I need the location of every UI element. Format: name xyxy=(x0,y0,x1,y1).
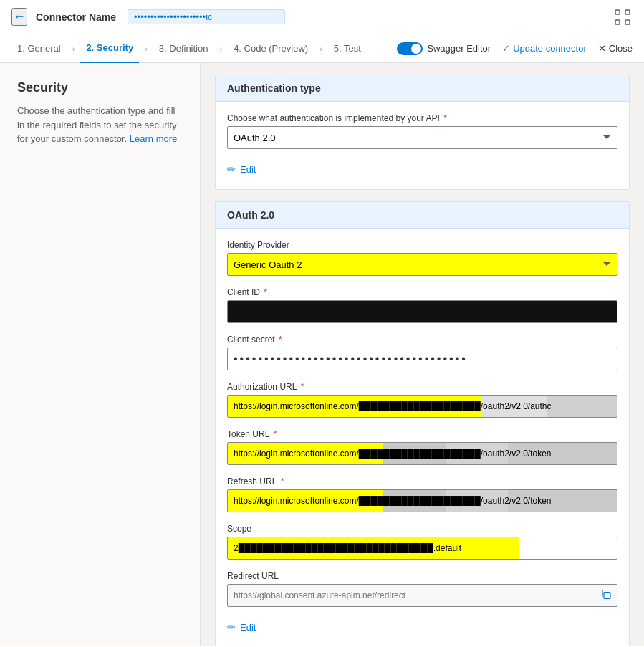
auth-type-select[interactable]: OAuth 2.0 xyxy=(227,126,617,149)
client-id-input[interactable] xyxy=(227,300,617,323)
nav-bar: 1. General › 2. Security › 3. Definition… xyxy=(0,34,644,63)
redirect-url-label: Redirect URL xyxy=(227,571,617,581)
content-area: Authentication type Choose what authenti… xyxy=(201,63,644,646)
nav-item-test[interactable]: 5. Test xyxy=(328,34,367,63)
client-secret-label: Client secret * xyxy=(227,335,617,345)
back-icon: ← xyxy=(13,9,26,24)
token-url-input[interactable] xyxy=(227,442,617,465)
refresh-url-group: Refresh URL * xyxy=(227,476,617,512)
refresh-url-input[interactable] xyxy=(227,489,617,512)
auth-url-required: * xyxy=(298,382,304,392)
auth-type-section: Authentication type Choose what authenti… xyxy=(215,75,630,190)
nav-chevron-1: › xyxy=(72,44,75,53)
connector-name-field[interactable]: ••••••••••••••••••••••ic xyxy=(128,9,285,24)
client-secret-input[interactable] xyxy=(227,348,617,370)
scope-input[interactable] xyxy=(227,537,617,560)
auth-type-body: Choose what authentication is implemente… xyxy=(216,102,629,189)
identity-provider-select[interactable]: Generic Oauth 2 xyxy=(227,253,617,276)
swagger-editor-label: Swagger Editor xyxy=(427,43,491,54)
close-icon: ✕ xyxy=(598,43,606,54)
refresh-url-required: * xyxy=(278,476,284,487)
auth-url-group: Authorization URL * xyxy=(227,382,617,418)
scan-icon[interactable] xyxy=(612,7,633,27)
toggle-switch[interactable] xyxy=(397,42,423,55)
auth-edit-label: Edit xyxy=(240,164,256,175)
nav-chevron-2: › xyxy=(145,44,148,53)
sidebar: Security Choose the authentication type … xyxy=(0,63,201,646)
client-id-required: * xyxy=(261,287,267,297)
svg-rect-1 xyxy=(625,10,630,14)
oauth-header: OAuth 2.0 xyxy=(216,202,629,229)
learn-more-link[interactable]: Learn more xyxy=(130,133,177,144)
sidebar-title: Security xyxy=(17,80,183,95)
main-layout: Security Choose the authentication type … xyxy=(0,63,644,646)
auth-url-label: Authorization URL * xyxy=(227,382,617,392)
copy-icon[interactable] xyxy=(600,589,612,603)
redirect-url-wrapper xyxy=(227,584,617,607)
nav-item-definition[interactable]: 3. Definition xyxy=(153,34,214,63)
auth-edit-button[interactable]: ✏ Edit xyxy=(227,160,256,178)
nav-chevron-4: › xyxy=(319,44,322,53)
client-secret-group: Client secret * xyxy=(227,335,617,370)
svg-rect-0 xyxy=(615,10,620,14)
update-connector-button[interactable]: ✓ Update connector xyxy=(502,43,587,54)
oauth-edit-button[interactable]: ✏ Edit xyxy=(227,618,256,636)
scope-group: Scope xyxy=(227,524,617,560)
close-label: Close xyxy=(609,43,633,54)
redirect-url-input[interactable] xyxy=(227,584,617,607)
oauth-section: OAuth 2.0 Identity Provider Generic Oaut… xyxy=(215,201,630,646)
svg-rect-4 xyxy=(604,593,610,599)
svg-rect-2 xyxy=(615,20,620,24)
client-id-label: Client ID * xyxy=(227,287,617,297)
nav-item-code[interactable]: 4. Code (Preview) xyxy=(228,34,314,63)
client-id-group: Client ID * xyxy=(227,287,617,323)
oauth-pencil-icon: ✏ xyxy=(227,621,236,633)
checkmark-icon: ✓ xyxy=(502,43,510,54)
nav-chevron-3: › xyxy=(219,44,222,53)
authorization-url-input[interactable] xyxy=(227,395,617,418)
nav-item-security[interactable]: 2. Security xyxy=(80,34,139,63)
oauth-edit-label: Edit xyxy=(240,622,256,633)
token-url-group: Token URL * xyxy=(227,429,617,465)
auth-type-field-group: Choose what authentication is implemente… xyxy=(227,113,617,149)
required-indicator: * xyxy=(441,113,447,123)
pencil-icon: ✏ xyxy=(227,163,236,175)
app-title: Connector Name xyxy=(36,11,116,23)
oauth-body: Identity Provider Generic Oauth 2 Client… xyxy=(216,229,629,646)
client-secret-required: * xyxy=(277,335,282,345)
sidebar-description: Choose the authentication type and fill … xyxy=(17,104,183,146)
update-connector-label: Update connector xyxy=(513,43,587,54)
identity-provider-group: Identity Provider Generic Oauth 2 xyxy=(227,240,617,276)
back-button[interactable]: ← xyxy=(11,8,27,26)
scope-label: Scope xyxy=(227,524,617,534)
close-button[interactable]: ✕ Close xyxy=(598,43,633,54)
refresh-url-label: Refresh URL * xyxy=(227,476,617,487)
auth-type-header: Authentication type xyxy=(216,75,629,102)
nav-item-general[interactable]: 1. General xyxy=(11,34,67,63)
swagger-editor-toggle[interactable]: Swagger Editor xyxy=(397,42,491,55)
redirect-url-group: Redirect URL xyxy=(227,571,617,607)
svg-rect-3 xyxy=(625,20,630,24)
identity-provider-label: Identity Provider xyxy=(227,240,617,250)
token-url-required: * xyxy=(271,429,277,439)
token-url-label: Token URL * xyxy=(227,429,617,439)
auth-type-label: Choose what authentication is implemente… xyxy=(227,113,617,123)
app-header: ← Connector Name ••••••••••••••••••••••i… xyxy=(0,0,644,34)
